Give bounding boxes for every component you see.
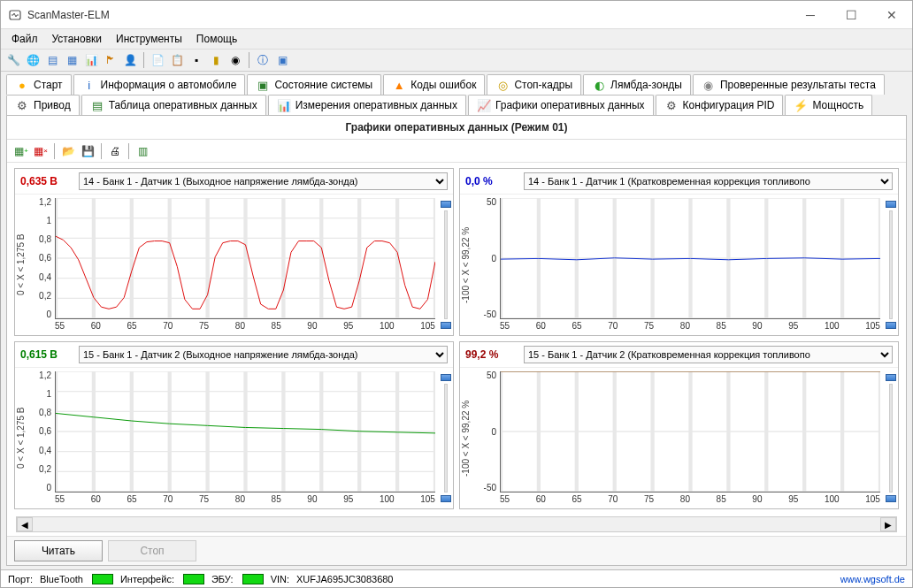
y-tick: 1,2: [27, 198, 53, 207]
slider-thumb-top[interactable]: [886, 201, 896, 208]
y-axis-label: -100 < X < 99,22 %: [460, 368, 472, 508]
x-tick: 65: [127, 321, 137, 333]
scroll-right-button[interactable]: ▶: [880, 517, 896, 531]
x-tick: 85: [717, 321, 726, 333]
menu-help[interactable]: Помощь: [189, 31, 244, 47]
iface-label: Интерфейс:: [120, 574, 174, 584]
x-tick: 65: [572, 494, 582, 507]
chart-slider[interactable]: [884, 195, 898, 335]
x-tick: 70: [608, 494, 618, 507]
tb-list-icon[interactable]: 📋: [168, 51, 186, 69]
tb-grid-icon[interactable]: ▦: [63, 51, 81, 69]
chart-slider[interactable]: [884, 368, 898, 508]
minimize-button[interactable]: ─: [790, 1, 831, 29]
chart-select[interactable]: 15 - Банк 1 - Датчик 2 (Выходное напряже…: [79, 346, 448, 363]
slider-thumb-top[interactable]: [886, 374, 896, 381]
y-tick: -50: [472, 310, 498, 319]
tb-flag-icon[interactable]: 🏲: [102, 51, 119, 69]
x-tick: 65: [572, 321, 582, 333]
chart-1: 0,0 %14 - Банк 1 - Датчик 1 (Кратковреме…: [459, 168, 899, 336]
chart-select[interactable]: 15 - Банк 1 - Датчик 2 (Кратковременная …: [524, 346, 893, 363]
tab-label: Проверенные результаты теста: [720, 79, 876, 91]
x-tick: 95: [343, 494, 353, 507]
tab-стоп-кадры[interactable]: ◎Стоп-кадры: [487, 74, 581, 95]
y-tick: 0: [472, 428, 498, 437]
scroll-left-button[interactable]: ◀: [17, 517, 33, 531]
x-tick: 100: [825, 321, 840, 333]
tb-copy-icon[interactable]: 📄: [149, 51, 166, 69]
menu-settings[interactable]: Установки: [45, 31, 109, 47]
tab-таблица-оперативных-данных[interactable]: ▤Таблица оперативных данных: [81, 95, 266, 115]
tab-графики-оперативных-данных[interactable]: 📈Графики оперативных данных: [468, 95, 654, 115]
save-icon[interactable]: 💾: [79, 142, 96, 160]
tb-info-icon[interactable]: ⓘ: [254, 51, 272, 69]
chart-select[interactable]: 14 - Банк 1 - Датчик 1 (Кратковременная …: [524, 172, 893, 190]
chart-select[interactable]: 14 - Банк 1 - Датчик 1 (Выходное напряже…: [79, 172, 448, 190]
tb-doc-icon[interactable]: ▤: [43, 51, 61, 69]
x-tick: 95: [788, 494, 798, 507]
tab-коды-ошибок[interactable]: ▲Коды ошибок: [383, 74, 485, 95]
window-title: ScanMaster-ELM: [27, 9, 790, 21]
bottom-controls: Читать Стоп: [7, 536, 906, 565]
x-tick: 80: [680, 494, 690, 507]
tb-term-icon[interactable]: ▪: [188, 51, 205, 69]
tb-user-icon[interactable]: 👤: [121, 51, 139, 69]
y-tick: 0: [472, 255, 498, 263]
slider-thumb-bottom[interactable]: [441, 495, 451, 502]
url-link[interactable]: www.wgsoft.de: [840, 574, 905, 584]
y-axis-label: 0 < X < 1,275 В: [15, 195, 27, 335]
x-tick: 60: [91, 494, 101, 507]
main-window: ScanMaster-ELM ─ ☐ ✕ Файл Установки Инст…: [0, 0, 913, 588]
tb-globe-icon[interactable]: 🌐: [24, 51, 42, 69]
tab-старт[interactable]: ●Старт: [6, 74, 72, 95]
vin-value: XUFJA695JC3083680: [296, 574, 393, 584]
tab-состояние-системы[interactable]: ▣Состояние системы: [247, 74, 381, 95]
add-chart-icon[interactable]: ▦+: [12, 142, 30, 160]
print-icon[interactable]: 🖨: [106, 142, 124, 160]
x-tick: 60: [91, 321, 101, 333]
x-tick: 85: [272, 321, 281, 333]
x-tick: 95: [788, 321, 798, 333]
slider-thumb-top[interactable]: [441, 201, 451, 208]
tb-window-icon[interactable]: ▣: [273, 51, 291, 69]
tab-информация-о-автомобиле[interactable]: iИнформация о автомобиле: [73, 74, 246, 95]
chart-slider[interactable]: [439, 368, 453, 508]
close-button[interactable]: ✕: [871, 1, 912, 29]
tab-лямбда-зонды[interactable]: ◐Лямбда-зонды: [583, 74, 691, 95]
chart-slider[interactable]: [439, 195, 453, 335]
plot-area: 1,210,80,60,40,2055606570758085909510010…: [27, 195, 439, 335]
remove-chart-icon[interactable]: ▦×: [32, 142, 50, 160]
chart-value: 99,2 %: [465, 348, 517, 361]
open-icon[interactable]: 📂: [59, 142, 77, 160]
port-value: BlueTooth: [40, 574, 83, 584]
tab-измерения-оперативных-данных[interactable]: 📊Измерения оперативных данных: [268, 95, 466, 115]
tab-проверенные-результаты-теста[interactable]: ◉Проверенные результаты теста: [693, 74, 885, 95]
tab-мощность[interactable]: ⚡Мощность: [785, 95, 872, 115]
stop-button[interactable]: Стоп: [108, 540, 196, 561]
read-button[interactable]: Читать: [14, 540, 103, 561]
tab-конфигурация-pid[interactable]: ⚙Конфигурация PID: [656, 95, 784, 115]
tb-chart-icon[interactable]: 📊: [82, 51, 100, 69]
y-axis-label: 0 < X < 1,275 В: [15, 368, 27, 508]
tab-привод[interactable]: ⚙Привод: [6, 95, 80, 115]
tb-battery-icon[interactable]: ▮: [207, 51, 225, 69]
x-tick: 55: [55, 494, 65, 507]
x-tick: 90: [307, 321, 317, 333]
y-tick: 0,6: [27, 254, 53, 263]
slider-thumb-bottom[interactable]: [886, 495, 896, 502]
tb-wrench-icon[interactable]: 🔧: [4, 51, 22, 69]
menu-tools[interactable]: Инструменты: [109, 31, 189, 47]
x-tick: 105: [865, 494, 880, 507]
slider-thumb-bottom[interactable]: [441, 322, 451, 329]
slider-thumb-bottom[interactable]: [886, 322, 896, 329]
chart-scrollbar[interactable]: ◀ ▶: [16, 516, 897, 532]
x-tick: 90: [307, 494, 317, 507]
menu-file[interactable]: Файл: [4, 31, 45, 47]
slider-thumb-top[interactable]: [441, 374, 451, 381]
y-tick: 0,2: [27, 465, 53, 474]
y-tick: 0,4: [27, 273, 53, 282]
export-icon[interactable]: ▥: [134, 142, 151, 160]
maximize-button[interactable]: ☐: [831, 1, 871, 29]
tabs-row1: ●СтартiИнформация о автомобиле▣Состояние…: [1, 72, 912, 95]
tb-gauge-icon[interactable]: ◉: [226, 51, 244, 69]
